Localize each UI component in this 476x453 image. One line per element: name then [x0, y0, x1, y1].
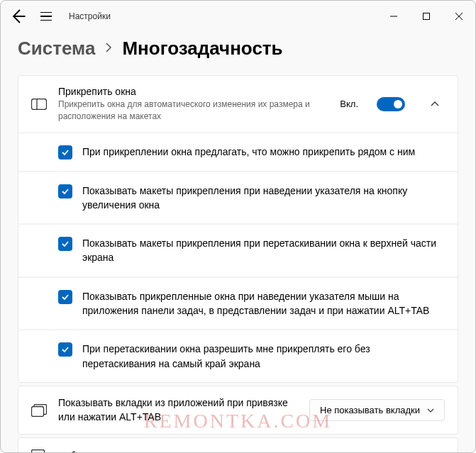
app-title: Настройки: [69, 11, 111, 21]
checkbox[interactable]: [58, 184, 72, 198]
tabs-label: Показывать вкладки из приложений при при…: [58, 396, 298, 424]
collapse-button[interactable]: [425, 94, 445, 114]
check-icon: [61, 345, 70, 354]
snap-option-row: Показывать макеты прикрепления при навед…: [18, 172, 458, 225]
checkbox[interactable]: [58, 237, 72, 251]
snap-toggle[interactable]: [377, 97, 405, 111]
snap-header[interactable]: Прикрепить окна Прикрепить окна для авто…: [18, 76, 458, 133]
minimize-button[interactable]: [377, 5, 410, 28]
svg-rect-1: [424, 13, 430, 20]
checkbox[interactable]: [58, 290, 72, 304]
check-icon: [61, 240, 70, 248]
minimize-icon: [390, 13, 397, 20]
svg-rect-4: [32, 99, 47, 109]
snap-option-row: При прикреплении окна предлагать, что мо…: [18, 133, 458, 172]
close-icon: [455, 13, 463, 20]
check-icon: [61, 187, 70, 196]
chevron-right-icon: [105, 41, 112, 56]
content-area: Система Многозадачность Прикрепить окна …: [1, 32, 475, 452]
tabs-card: Показывать вкладки из приложений при при…: [18, 386, 458, 435]
option-label: Показывать макеты прикрепления при навед…: [82, 184, 445, 213]
snap-option-row: Показывать прикрепленные окна при наведе…: [18, 278, 458, 331]
menu-button[interactable]: [38, 8, 55, 25]
snap-windows-card: Прикрепить окна Прикрепить окна для авто…: [18, 75, 458, 383]
snap-option-row: При перетаскивании окна разрешить мне пр…: [18, 330, 458, 382]
breadcrumb-parent[interactable]: Система: [18, 38, 95, 60]
desktops-card[interactable]: Рабочие столы: [18, 437, 458, 452]
option-label: Показывать макеты прикрепления при перет…: [82, 236, 445, 265]
desktops-label: Рабочие столы: [58, 450, 445, 452]
svg-rect-7: [32, 450, 45, 452]
snap-title: Прикрепить окна: [58, 86, 328, 97]
desktops-icon: [31, 449, 47, 452]
dropdown-value: Не показывать вкладки: [320, 405, 420, 415]
chevron-down-icon: [427, 407, 434, 414]
close-button[interactable]: [443, 5, 475, 28]
snap-option-row: Показывать макеты прикрепления при перет…: [18, 225, 458, 278]
snap-windows-icon: [31, 99, 47, 110]
tabs-dropdown[interactable]: Не показывать вкладки: [309, 399, 445, 421]
snap-description: Прикрепить окна для автоматического изме…: [58, 99, 328, 123]
check-icon: [61, 148, 70, 157]
maximize-button[interactable]: [410, 5, 443, 28]
option-label: Показывать прикрепленные окна при наведе…: [82, 289, 445, 318]
back-button[interactable]: [9, 8, 26, 25]
breadcrumb-current: Многозадачность: [122, 38, 282, 60]
svg-rect-6: [32, 406, 44, 416]
breadcrumb: Система Многозадачность: [18, 38, 458, 60]
titlebar: Настройки: [1, 1, 475, 32]
maximize-icon: [423, 13, 430, 20]
option-label: При перетаскивании окна разрешить мне пр…: [82, 342, 445, 371]
arrow-left-icon: [9, 8, 26, 25]
checkbox[interactable]: [58, 145, 72, 160]
toggle-state-label: Вкл.: [340, 99, 358, 109]
check-icon: [61, 293, 70, 301]
option-label: При прикреплении окна предлагать, что мо…: [82, 145, 415, 159]
checkbox[interactable]: [58, 342, 72, 357]
snap-options-list: При прикреплении окна предлагать, что мо…: [18, 133, 458, 382]
chevron-up-icon: [431, 101, 439, 107]
tabs-icon: [31, 404, 47, 417]
